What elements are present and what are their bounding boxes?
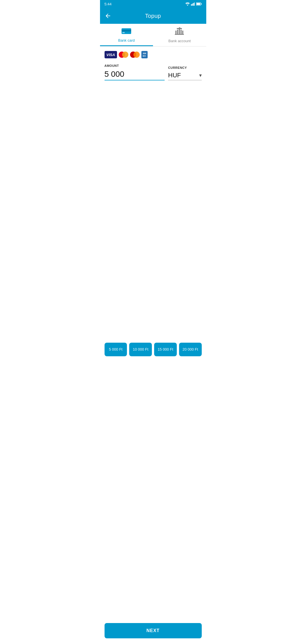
amount-input[interactable] [105, 69, 165, 80]
svg-rect-11 [177, 30, 178, 34]
page-title: Topup [145, 13, 161, 19]
top-bar: Topup [100, 8, 206, 24]
quick-amount-15000[interactable]: 15 000 Ft [154, 343, 177, 357]
svg-rect-12 [179, 29, 180, 34]
svg-rect-10 [175, 31, 177, 34]
svg-marker-18 [178, 27, 181, 28]
tab-bank-account-label: Bank account [168, 39, 191, 43]
maestro-icon [130, 52, 140, 58]
signal-icon [191, 2, 195, 6]
svg-rect-13 [180, 30, 182, 34]
amex-icon: AMEX [141, 51, 148, 58]
next-button-wrapper: NEXT [100, 620, 206, 644]
svg-rect-15 [175, 34, 184, 35]
amount-label: AMOUNT [105, 64, 165, 67]
svg-rect-16 [177, 28, 182, 29]
currency-group: CURRENCY HUF EUR USD GBP ▾ [168, 66, 201, 80]
svg-rect-6 [196, 3, 200, 5]
quick-amount-20000[interactable]: 20 000 Ft [179, 343, 202, 357]
currency-wrapper: HUF EUR USD GBP ▾ [168, 71, 201, 80]
back-button[interactable] [105, 12, 111, 19]
quick-amounts-row: 5 000 Ft 10 000 Ft 15 000 Ft 20 000 Ft [100, 343, 206, 357]
tab-bank-card-label: Bank card [118, 38, 135, 42]
svg-rect-8 [122, 30, 131, 31]
svg-rect-2 [193, 3, 194, 6]
amount-group: AMOUNT [105, 64, 165, 80]
battery-icon [196, 2, 202, 6]
svg-rect-5 [201, 3, 201, 5]
svg-rect-1 [192, 4, 193, 6]
visa-icon: VISA [105, 51, 117, 58]
currency-label: CURRENCY [168, 66, 201, 69]
card-icons-row: VISA AMEX [100, 46, 206, 61]
status-icons [185, 2, 202, 6]
currency-select[interactable]: HUF EUR USD GBP [168, 72, 201, 79]
svg-rect-0 [191, 4, 192, 6]
amount-currency-row: AMOUNT CURRENCY HUF EUR USD GBP ▾ [105, 64, 202, 80]
svg-rect-3 [194, 3, 195, 6]
quick-amount-5000[interactable]: 5 000 Ft [105, 343, 127, 357]
quick-amount-10000[interactable]: 10 000 Ft [129, 343, 152, 357]
form-area: AMOUNT CURRENCY HUF EUR USD GBP ▾ [100, 61, 206, 343]
svg-rect-14 [182, 31, 183, 34]
tabs-container: Bank card Bank account [100, 24, 206, 46]
tab-bank-account[interactable]: Bank account [153, 24, 206, 46]
mastercard-icon [119, 52, 128, 58]
bank-account-icon [175, 27, 185, 38]
svg-rect-9 [122, 32, 125, 33]
tab-bank-card[interactable]: Bank card [100, 24, 153, 46]
wifi-icon [185, 2, 190, 6]
status-bar: 5:44 [100, 0, 206, 8]
next-button[interactable]: NEXT [105, 623, 202, 638]
content-spacer [100, 362, 206, 620]
bank-card-icon [121, 27, 131, 37]
status-time: 5:44 [105, 2, 112, 6]
